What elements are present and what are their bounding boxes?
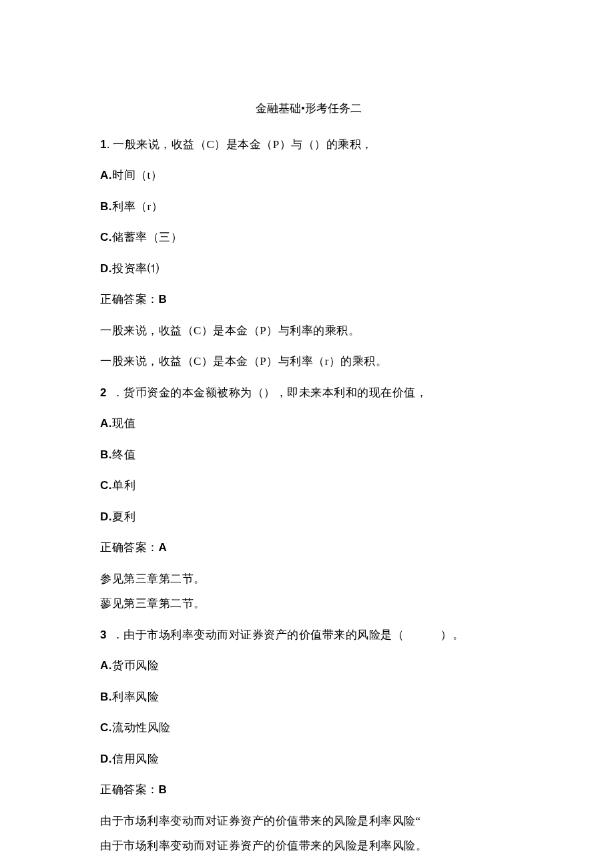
q3-answer: 正确答案：B	[100, 781, 517, 799]
q2-option-c: C.单利	[100, 477, 517, 494]
q2-prompt: 2．货币资金的本金额被称为（），即未来本利和的现在价值，	[100, 384, 517, 402]
q1-answer: 正确答案：B	[100, 291, 517, 308]
option-text: 流动性风险	[112, 721, 171, 734]
q3-option-d: D.信用风险	[100, 751, 517, 768]
option-label: A.	[100, 417, 112, 430]
option-label: C.	[100, 721, 112, 734]
q2-answer: 正确答案：A	[100, 539, 517, 556]
q3-prompt: 3．由于市场利率变动而对证券资产的价值带来的风险是（）。	[100, 626, 517, 644]
q1-option-d: D.投资率⑴	[100, 260, 517, 278]
q3-explanation-2: 由于市场利率变动而对证券资产的价值带来的风险是利率风险。	[100, 837, 517, 855]
q1-prompt-text: . 一般来说，收益（C）是本金（P）与（）的乘积，	[107, 138, 373, 151]
q2-option-d: D.夏利	[100, 508, 517, 526]
option-label: C.	[100, 479, 112, 492]
q3-option-b: B.利率风险	[100, 689, 517, 706]
option-text: 信用风险	[112, 753, 159, 765]
option-text: 时间（t）	[112, 169, 162, 181]
option-text: 现值	[112, 417, 135, 430]
q2-option-a: A.现值	[100, 415, 517, 432]
answer-value: B	[159, 293, 168, 306]
q1-option-c: C.储蓄率（三）	[100, 229, 517, 246]
answer-value: A	[159, 541, 168, 554]
q1-option-b: B.利率（r）	[100, 198, 517, 215]
answer-label: 正确答案：	[100, 783, 159, 796]
page-title: 金融基础•形考任务二	[100, 100, 517, 117]
option-label: D.	[100, 510, 112, 523]
q2-number: 2	[100, 386, 107, 399]
option-text: 储蓄率（三）	[112, 231, 182, 244]
q3-prompt-post: ）。	[440, 628, 464, 641]
option-text: 夏利	[112, 510, 135, 523]
answer-value: B	[159, 783, 168, 796]
option-text: 利率（r）	[112, 200, 163, 213]
option-label: A.	[100, 659, 112, 672]
q2-prompt-text: ．货币资金的本金额被称为（），即未来本利和的现在价值，	[112, 386, 428, 399]
q2-option-b: B.终值	[100, 446, 517, 464]
option-text: 投资率⑴	[112, 262, 159, 275]
q1-prompt: 1. 一般来说，收益（C）是本金（P）与（）的乘积，	[100, 136, 517, 153]
option-label: A.	[100, 169, 112, 181]
q3-explanation-1: 由于市场利率变动而对证券资产的价值带来的风险是利率风险“	[100, 813, 517, 830]
option-text: 利率风险	[112, 691, 159, 703]
q2-explanation-1: 参见第三章第二节。	[100, 570, 517, 588]
option-label: B.	[100, 691, 112, 703]
option-label: C.	[100, 231, 112, 244]
q2-explanation-2: 蓼见第三章第二节。	[100, 595, 517, 612]
option-text: 终值	[112, 448, 135, 461]
option-label: D.	[100, 262, 112, 275]
option-text: 货币风险	[112, 659, 159, 672]
answer-label: 正确答案：	[100, 541, 159, 554]
q1-explanation-1: 一股来说，收益（C）是本金（P）与利率的乘积。	[100, 322, 517, 340]
q3-option-a: A.货币风险	[100, 657, 517, 675]
q1-number: 1	[100, 138, 107, 151]
q3-number: 3	[100, 628, 107, 641]
option-label: D.	[100, 753, 112, 765]
option-text: 单利	[112, 479, 135, 492]
option-label: B.	[100, 200, 112, 213]
document-page: 金融基础•形考任务二 1. 一般来说，收益（C）是本金（P）与（）的乘积， A.…	[0, 0, 614, 868]
q1-explanation-2: 一股来说，收益（C）是本金（P）与利率（r）的乘积。	[100, 353, 517, 370]
q1-option-a: A.时间（t）	[100, 167, 517, 184]
q3-prompt-pre: ．由于市场利率变动而对证券资产的价值带来的风险是（	[112, 628, 404, 641]
q3-option-c: C.流动性风险	[100, 719, 517, 737]
option-label: B.	[100, 448, 112, 461]
answer-label: 正确答案：	[100, 293, 159, 306]
